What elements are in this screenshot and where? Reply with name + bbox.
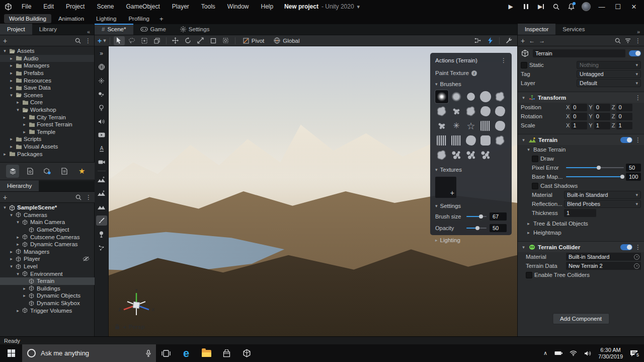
pixel-error-slider[interactable] [566, 165, 624, 171]
tab-services[interactable]: Services [555, 24, 592, 35]
menu-gameobject[interactable]: GameObject [120, 1, 165, 12]
base-terrain-label[interactable]: Base Terrain [533, 147, 566, 153]
pivot-button[interactable]: Pivot [239, 37, 269, 45]
edge-browser-icon[interactable]: e [176, 344, 196, 362]
scene-add-button[interactable]: + [98, 37, 102, 45]
play-button[interactable]: ▶ [504, 0, 517, 13]
light-icon[interactable] [96, 103, 107, 113]
reflection-dropdown[interactable]: Blend Probes▾ [564, 200, 641, 208]
wrench-icon[interactable] [503, 36, 514, 45]
tray-expand-icon[interactable]: ∧ [543, 350, 547, 356]
tree-item-scenes[interactable]: ▾Scenes [0, 92, 94, 99]
tree-expander-icon[interactable]: ▸ [22, 293, 27, 298]
brush-dots-22[interactable] [464, 149, 477, 162]
forward-icon[interactable]: → [539, 37, 545, 44]
collapse-panel-icon[interactable]: « [83, 29, 94, 35]
select-tool-icon[interactable] [114, 36, 125, 45]
brush-splat-19[interactable] [494, 134, 507, 147]
heightmap-section[interactable]: Heightmap [533, 230, 561, 236]
minimize-button[interactable]: — [595, 3, 609, 11]
tab-game[interactable]: Game [133, 24, 173, 35]
transform-header[interactable]: ▾ Transform ⋮ [518, 92, 644, 103]
tree-item-workshop[interactable]: ▾Workshop [0, 106, 94, 114]
tree-item-forest-terrain[interactable]: ▸Forest Terrain [0, 121, 94, 128]
text-icon[interactable]: A [96, 143, 107, 154]
persp-toggle-arrow-icon[interactable]: ◂ [123, 323, 126, 330]
script-asset-icon[interactable] [24, 165, 37, 178]
cast-shadows-checkbox[interactable] [532, 183, 538, 189]
layers-filter-icon[interactable] [6, 165, 19, 178]
tree-expander-icon[interactable]: ▸ [9, 56, 14, 61]
layer-dropdown[interactable]: Default▾ [577, 79, 641, 87]
unity-taskbar-icon[interactable] [236, 344, 257, 362]
tree-item-player[interactable]: ▸Player [0, 255, 95, 263]
brush-blob-9[interactable] [494, 105, 507, 118]
tree-expander-icon[interactable]: ▸ [9, 63, 14, 68]
expand-strip-icon[interactable]: » [96, 48, 107, 58]
draw-checkbox[interactable] [532, 156, 538, 162]
start-button[interactable] [0, 344, 22, 362]
workspace-tab-profiling[interactable]: Profiling [123, 14, 154, 23]
camera-gizmo-icon[interactable] [96, 62, 107, 72]
inspector-search-icon[interactable] [615, 38, 621, 44]
terrain-raise-icon[interactable] [96, 175, 107, 185]
tree-expander-icon[interactable]: ▸ [22, 129, 27, 134]
tab-hierarchy[interactable]: Hierarchy [0, 180, 39, 191]
rect-tool-icon[interactable] [208, 36, 219, 45]
tree-expander-icon[interactable]: ▸ [9, 256, 14, 261]
actions-menu-icon[interactable]: ⋮ [501, 57, 507, 64]
tree-icon[interactable] [96, 229, 107, 239]
menu-player[interactable]: Player [167, 1, 195, 12]
tree-expander-icon[interactable]: ▾ [15, 220, 21, 225]
tree-item-assets[interactable]: ▾Assets [0, 47, 94, 55]
menu-project[interactable]: Project [60, 1, 90, 12]
project-search-icon[interactable] [75, 38, 81, 44]
terrain-data-field[interactable]: New Terrain 2 [566, 262, 641, 270]
overlay-tree-icon[interactable] [472, 36, 483, 45]
expand-panel-icon[interactable]: » [633, 29, 644, 35]
tree-expander-icon[interactable]: ▾ [9, 264, 14, 269]
move-tool-icon[interactable] [170, 36, 181, 45]
battery-icon[interactable] [554, 351, 562, 355]
menu-tools[interactable]: Tools [196, 1, 221, 12]
detail-scatter-icon[interactable] [96, 243, 107, 253]
tree-expander-icon[interactable]: ▸ [9, 70, 14, 76]
menu-window[interactable]: Window [222, 1, 255, 12]
task-view-icon[interactable] [156, 344, 176, 362]
tree-item-core[interactable]: ▸Core [0, 99, 94, 106]
terrain-smooth-icon[interactable] [96, 202, 107, 212]
tree-item-managers[interactable]: ▸Managers [0, 62, 94, 69]
rotate-tool-icon[interactable] [183, 36, 194, 45]
object-picker-icon[interactable] [634, 254, 639, 260]
rotation-z-field[interactable]: 0 [616, 113, 632, 120]
back-icon[interactable]: ← [529, 37, 535, 44]
menu-scene[interactable]: Scene [91, 1, 119, 12]
video-icon[interactable] [96, 130, 107, 140]
thickness-field[interactable]: 1 [564, 209, 596, 217]
account-avatar[interactable] [580, 0, 593, 13]
tree-expander-icon[interactable]: ▸ [9, 85, 14, 90]
transform-menu-icon[interactable]: ⋮ [635, 94, 641, 101]
file-explorer-icon[interactable] [196, 344, 216, 362]
workspace-tab-world-building[interactable]: World Building [4, 14, 51, 23]
tree-expander-icon[interactable]: ▸ [22, 286, 27, 291]
texture-slot[interactable]: + [435, 177, 456, 198]
tree-item-resources[interactable]: ▸Resources [0, 77, 94, 84]
project-add-button[interactable]: + [3, 37, 7, 45]
transform-tool-icon[interactable] [220, 36, 231, 45]
menu-edit[interactable]: Edit [38, 1, 59, 12]
terrain-lower-icon[interactable] [96, 188, 107, 198]
filter-icon[interactable] [625, 38, 631, 43]
brushes-section-header[interactable]: ▾Brushes [435, 81, 507, 87]
gameobject-cube-icon[interactable] [521, 49, 529, 58]
tree-item-cutscene-cameras[interactable]: ▸Cutscene Cameras [0, 233, 95, 241]
scale-z-field[interactable]: 1 [616, 122, 632, 129]
collider-material-field[interactable]: Built-in Standard [566, 253, 641, 261]
audio-icon[interactable] [96, 116, 107, 126]
terrain-enabled-toggle[interactable] [620, 137, 632, 143]
gameobject-name-field[interactable]: Terrain [533, 49, 625, 57]
base-map-slider[interactable] [566, 174, 624, 180]
brush-size-value[interactable]: 67 [490, 212, 507, 221]
tree-expander-icon[interactable]: ▸ [15, 242, 21, 247]
pause-button[interactable] [519, 0, 532, 13]
